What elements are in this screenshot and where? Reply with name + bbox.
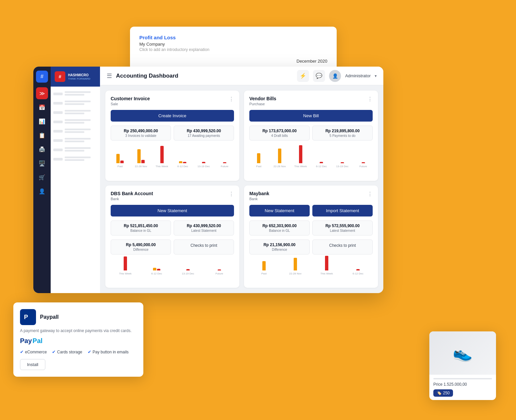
stat-box-maybank-balance: Rp 652,303,900.00 Balance in GL xyxy=(249,220,310,235)
paypal-logo-icon: P xyxy=(20,309,36,325)
paypal-name: Paypall xyxy=(40,314,59,320)
dbs-balance-amount: Rp 521,851,450.00 xyxy=(114,223,167,228)
maybank-import-statement-button[interactable]: Import Statement xyxy=(312,205,373,216)
mb-chart-this-week: This Week xyxy=(312,256,341,275)
dbs-diff-label: Difference xyxy=(114,248,167,251)
paypal-logo-blue: Pay xyxy=(20,337,32,345)
vendor-bills-title: Vendor Bills xyxy=(249,96,276,101)
sidebar-icon-cloud[interactable]: # xyxy=(36,71,48,83)
maybank-stats-row1: Rp 652,303,900.00 Balance in GL Rp 572,5… xyxy=(249,220,373,235)
product-badge[interactable]: 🏷️ 250 xyxy=(433,389,453,397)
sidebar-icon-chart[interactable]: 📊 xyxy=(36,115,48,127)
nav-item[interactable] xyxy=(51,108,100,117)
stat-box-awaiting-payments: Rp 430,999,520.00 17 Awaiting payments xyxy=(174,126,234,141)
chart-label-dec6: 6-12 Dec xyxy=(177,165,188,168)
mb-chart-nov: 22-28 Nov xyxy=(281,258,310,275)
dbs-bank-title: DBS Bank Account xyxy=(111,191,153,196)
nav-item[interactable] xyxy=(51,99,100,108)
mb-chart-dec6: 6-12 Dec xyxy=(343,269,373,275)
stat-box-maybank-diff: Rp 21,156,900.00 Difference xyxy=(249,239,310,254)
stat-box-maybank-latest: Rp 572,555,900.00 Latest Statement xyxy=(312,220,373,235)
maybank-new-statement-button[interactable]: New Statement xyxy=(249,205,310,216)
nav-item[interactable] xyxy=(51,136,100,145)
stat-box-dbs-balance: Rp 521,851,450.00 Balance in GL xyxy=(111,220,171,235)
stat-box-maybank-checks: Checks to print xyxy=(312,239,373,254)
vb-label-past: Past xyxy=(256,165,261,168)
nav-item[interactable] xyxy=(51,145,100,155)
profit-loss-title: Profit and Loss xyxy=(139,35,327,40)
profit-loss-company: My Company xyxy=(139,42,327,47)
dbs-stats-row2: Rp 5,490,000.00 Difference Checks to pri… xyxy=(111,239,234,254)
sidebar-icon-print[interactable]: 🖨️ xyxy=(36,143,48,155)
dbs-new-statement-button[interactable]: New Statement xyxy=(111,205,234,216)
sidebar-icon-screen[interactable]: 🖥️ xyxy=(36,157,48,169)
maybank-menu-icon[interactable]: ⋮ xyxy=(367,191,373,197)
paypal-features: ✔ eCommerce ✔ Cards storage ✔ Pay button… xyxy=(20,349,137,354)
mb-label-dec6: 6-12 Dec xyxy=(353,272,363,275)
topbar-actions: ⚡ 💬 👤 Administrator ▾ xyxy=(297,70,377,82)
stat-box-dbs-checks: Checks to print xyxy=(174,239,234,254)
dbs-chart-dec6: 6-12 Dec xyxy=(142,268,171,275)
nav-items xyxy=(51,87,100,167)
paypal-feature-ecommerce-label: eCommerce xyxy=(25,350,47,354)
sidebar-icon-nav[interactable]: ≫ xyxy=(36,87,48,99)
stat-awaiting-amount: Rp 430,999,520.00 xyxy=(177,129,230,133)
vendor-bills-header: Vendor Bills Purchase ⋮ xyxy=(249,96,373,106)
widget-menu-icon[interactable]: ⋮ xyxy=(229,96,234,102)
product-info: Price 1.525.000,00 🏷️ 250 xyxy=(429,375,496,400)
vendor-bills-menu-icon[interactable]: ⋮ xyxy=(367,96,373,102)
maybank-header: Maybank Bank ⋮ xyxy=(249,191,373,201)
sidebar-icon-list[interactable]: 📋 xyxy=(36,129,48,141)
user-name[interactable]: Administrator xyxy=(345,73,371,78)
chat-icon[interactable]: 💬 xyxy=(313,70,325,82)
stat-awaiting-label: 17 Awaiting payments xyxy=(177,134,230,138)
chart-label-past: Past xyxy=(117,165,123,168)
install-button[interactable]: Install xyxy=(20,359,45,370)
new-bill-button[interactable]: New Bill xyxy=(249,110,373,122)
vb-label-future: Future xyxy=(359,165,367,168)
vb-label-dec13: 13-19 Dec xyxy=(336,165,349,168)
dbs-bank-widget: DBS Bank Account Bank ⋮ New Statement Rp… xyxy=(105,186,239,288)
paypal-popup: P Paypall A payment gateway to accept on… xyxy=(13,302,143,377)
avatar[interactable]: 👤 xyxy=(329,70,341,82)
dbs-bank-menu-icon[interactable]: ⋮ xyxy=(229,191,234,197)
maybank-latest-label: Latest Statement xyxy=(316,229,369,232)
vb-chart-dec13: 13-19 Dec xyxy=(333,162,352,168)
dbs-bank-header: DBS Bank Account Bank ⋮ xyxy=(111,191,234,201)
lightning-icon[interactable]: ⚡ xyxy=(297,70,309,82)
maybank-balance-label: Balance in GL xyxy=(253,229,306,232)
customer-invoice-widget: Customer Invoice Sale ⋮ Create Invoice R… xyxy=(105,91,239,181)
vendor-bills-widget: Vendor Bills Purchase ⋮ New Bill Rp 173,… xyxy=(244,91,378,181)
menu-icon[interactable]: ☰ xyxy=(107,72,112,80)
vb-label-this-week: This Week xyxy=(294,165,307,168)
sidebar-icon-cart[interactable]: 🛒 xyxy=(36,171,48,183)
paypal-logo-text: Pay Pal xyxy=(20,337,137,345)
maybank-checks-label: Checks to print xyxy=(316,243,369,248)
maybank-chart: Past 22-28 Nov This Week 6-12 Dec xyxy=(249,258,373,275)
sidebar-icon-calendar[interactable]: 📅 xyxy=(36,101,48,113)
chevron-down-icon[interactable]: ▾ xyxy=(375,74,377,78)
nav-item[interactable] xyxy=(51,117,100,127)
sidebar-icon-user[interactable]: 👤 xyxy=(36,185,48,197)
app-window: # ≫ 📅 📊 📋 🖨️ 🖥️ 🛒 👤 # HASHMICRO THINK FO… xyxy=(33,67,383,293)
vb-label-nov: 22-28 Nov xyxy=(274,165,286,168)
customer-invoice-title: Customer Invoice xyxy=(111,96,150,101)
product-price: Price 1.525.000,00 xyxy=(433,382,492,387)
mb-label-this-week: This Week xyxy=(320,272,333,275)
main-content: ☰ Accounting Dashboard ⚡ 💬 👤 Administrat… xyxy=(100,67,383,293)
dashboard-content: Customer Invoice Sale ⋮ Create Invoice R… xyxy=(100,85,383,293)
stat-box-dbs-latest: Rp 430,999,520.00 Latest Statement xyxy=(174,220,234,235)
check-ecommerce-icon: ✔ xyxy=(20,349,24,354)
create-invoice-button[interactable]: Create Invoice xyxy=(111,110,234,122)
nav-item[interactable] xyxy=(51,127,100,136)
maybank-title: Maybank xyxy=(249,191,269,196)
page-title: Accounting Dashboard xyxy=(116,73,297,79)
topbar: ☰ Accounting Dashboard ⚡ 💬 👤 Administrat… xyxy=(100,67,383,85)
logo-text: HASHMICRO xyxy=(68,73,90,77)
nav-panel: # HASHMICRO THINK FORWARD xyxy=(51,67,100,293)
product-price-bar xyxy=(433,378,492,379)
widget-header: Customer Invoice Sale ⋮ xyxy=(111,96,234,106)
nav-item[interactable] xyxy=(51,89,100,99)
dbs-latest-label: Latest Statement xyxy=(177,229,230,232)
nav-item[interactable] xyxy=(51,155,100,164)
